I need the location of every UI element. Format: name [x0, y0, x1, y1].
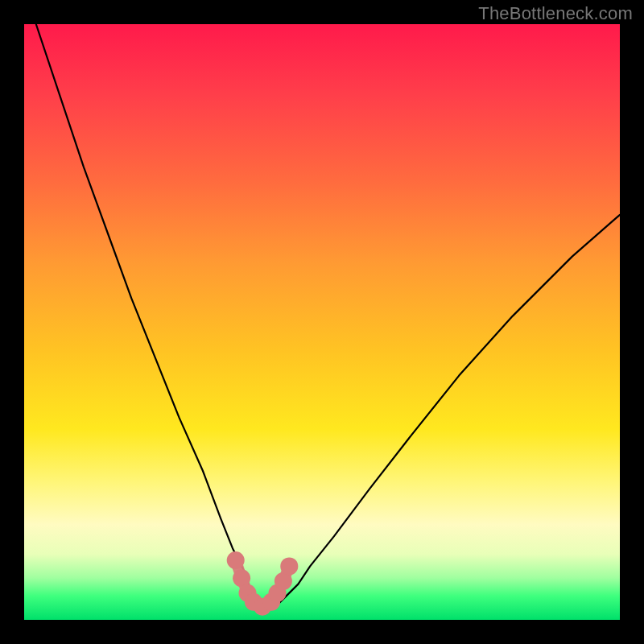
chart-svg	[24, 24, 620, 620]
bottleneck-curve	[36, 24, 620, 608]
optimal-region-dots	[227, 551, 299, 616]
plot-area	[24, 24, 620, 620]
watermark-text: TheBottleneck.com	[478, 3, 633, 24]
optimal-dot	[227, 551, 245, 569]
chart-stage: TheBottleneck.com	[0, 0, 644, 644]
optimal-dot	[280, 557, 298, 575]
